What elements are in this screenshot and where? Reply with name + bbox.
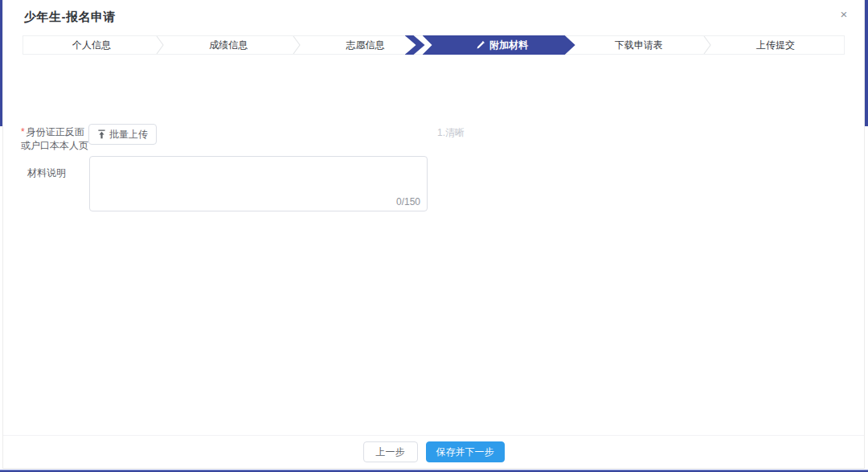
material-note-textarea[interactable] (89, 156, 428, 211)
char-counter: 0/150 (393, 196, 420, 207)
previous-step-button[interactable]: 上一步 (363, 441, 418, 462)
step-label-text: 附加材料 (489, 39, 528, 52)
upload-icon (97, 129, 106, 139)
step-personal-info[interactable]: 个人信息 (23, 36, 160, 54)
registration-modal: 少年生-报名申请 × 个人信息 成绩信息 志愿信息 (2, 0, 865, 469)
page: 少年生-报名申请 × 个人信息 成绩信息 志愿信息 (0, 0, 868, 472)
step-upload-submit[interactable]: 上传提交 (707, 36, 844, 54)
save-and-next-button[interactable]: 保存并下一步 (426, 441, 505, 462)
step-label: 附加材料 (476, 39, 528, 52)
material-note-label: 材料说明 (27, 166, 66, 180)
pencil-icon (476, 41, 485, 50)
upload-requirement-hint: 1.清晰 (437, 126, 465, 140)
step-download-form[interactable]: 下载申请表 (571, 36, 707, 54)
step-label: 个人信息 (72, 39, 111, 52)
step-label: 成绩信息 (209, 39, 248, 52)
id-card-label-text: 身份证正反面或户口本本人页 (21, 126, 88, 151)
batch-upload-button[interactable]: 批量上传 (88, 124, 157, 145)
modal-footer: 上一步 保存并下一步 (3, 435, 864, 468)
step-score-info[interactable]: 成绩信息 (160, 36, 297, 54)
batch-upload-label: 批量上传 (109, 128, 148, 142)
step-label: 上传提交 (756, 39, 795, 52)
close-icon[interactable]: × (837, 7, 851, 22)
modal-header: 少年生-报名申请 × (3, 0, 864, 33)
step-label: 志愿信息 (346, 39, 384, 52)
step-additional-materials[interactable]: 附加材料 (434, 36, 571, 54)
modal-title: 少年生-报名申请 (24, 10, 843, 25)
required-asterisk: * (21, 126, 25, 137)
step-label: 下载申请表 (615, 39, 663, 52)
material-note-wrap: 0/150 (89, 156, 428, 211)
page-edge-accent-right (865, 0, 868, 126)
id-card-field-label: *身份证正反面或户口本本人页 (21, 125, 90, 153)
wizard-stepper: 个人信息 成绩信息 志愿信息 (23, 35, 845, 55)
